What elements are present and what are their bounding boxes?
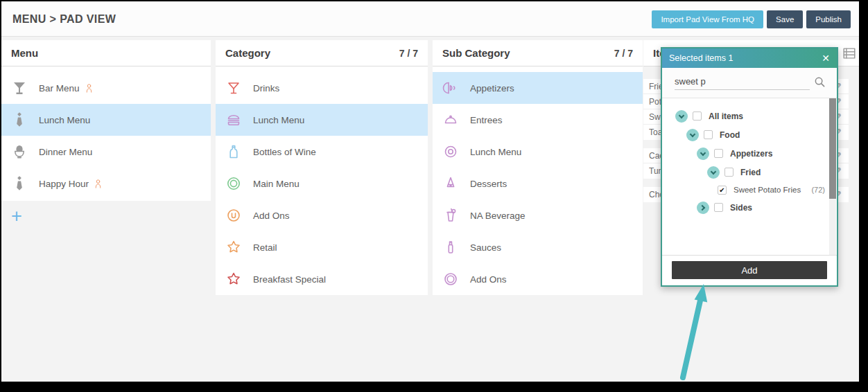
tree-row-fried[interactable]: Fried <box>662 163 837 181</box>
category-row-label: Add Ons <box>253 211 290 221</box>
tree-label: Appetizers <box>730 149 772 159</box>
subcategory-row-appetizers[interactable]: Appetizers <box>433 72 643 104</box>
search-icon <box>814 76 826 88</box>
checkbox[interactable] <box>693 112 702 121</box>
subcategory-row-label: NA Beverage <box>470 211 526 221</box>
martini-glass-icon <box>225 79 243 97</box>
star-icon <box>225 238 243 256</box>
topbar-buttons: Import Pad View From HQ Save Publish <box>652 10 851 28</box>
app-window: MENU > PAD VIEW Import Pad View From HQ … <box>1 1 859 382</box>
subcategory-row-na-beverage[interactable]: NA Beverage <box>433 199 643 231</box>
subcategory-row-lunch-menu[interactable]: Lunch Menu <box>433 136 643 168</box>
category-row-label: Main Menu <box>253 179 300 189</box>
wine-bottle-icon <box>225 143 243 161</box>
menu-row-label: Happy Hour <box>39 179 89 189</box>
tree-row-appetizers[interactable]: Appetizers <box>662 144 837 163</box>
double-circle-icon <box>442 143 460 161</box>
double-circle-icon <box>225 175 243 193</box>
martini-glass-icon <box>10 79 28 97</box>
person-icon <box>93 179 103 189</box>
tree-row-sweet-potato-fries[interactable]: ✔ Sweet Potato Fries (72) <box>662 181 837 198</box>
tree-label: All items <box>709 112 743 121</box>
scrollbar-track[interactable] <box>829 98 836 255</box>
tie-icon <box>10 175 28 193</box>
selected-items-popup: Selected items 1 ✕ All items Food <box>661 47 838 287</box>
popup-title: Selected items 1 <box>669 53 733 63</box>
search-input[interactable] <box>675 73 810 90</box>
category-row-label: Lunch Menu <box>253 115 304 125</box>
category-row-lunch-menu[interactable]: Lunch Menu <box>216 104 428 136</box>
subcategory-row-label: Entrees <box>470 115 503 125</box>
menu-rows: Bar Menu Lunch Menu Dinner Menu <box>1 66 211 199</box>
add-menu-button[interactable]: + <box>7 206 26 226</box>
chevron-down-icon[interactable] <box>697 148 709 160</box>
checkbox-checked[interactable]: ✔ <box>718 186 727 195</box>
checkbox[interactable] <box>714 203 723 212</box>
category-count: 7 / 7 <box>399 48 418 59</box>
cloche-icon <box>442 111 460 129</box>
subcategory-row-label: Lunch Menu <box>470 147 521 157</box>
egg-cup-icon <box>10 143 28 161</box>
checkbox[interactable] <box>704 130 713 139</box>
category-row-main-menu[interactable]: Main Menu <box>216 168 428 199</box>
chevron-down-icon[interactable] <box>675 110 688 123</box>
popup-search-section <box>662 68 837 98</box>
subcategory-row-sauces[interactable]: Sauces <box>433 231 643 263</box>
scrollbar-thumb[interactable] <box>829 98 836 199</box>
star-icon <box>225 270 243 288</box>
menu-row-happy-hour[interactable]: Happy Hour <box>1 168 211 199</box>
add-button[interactable]: Add <box>672 261 827 279</box>
subcategory-row-label: Appetizers <box>470 83 514 93</box>
tree-label: Sweet Potato Fries <box>734 186 801 194</box>
double-circle-icon <box>442 270 460 288</box>
category-rows: Drinks Lunch Menu Bottles of Wine Main M… <box>216 66 428 295</box>
menu-row-label: Dinner Menu <box>39 147 92 157</box>
tree-row-food[interactable]: Food <box>662 125 837 144</box>
popup-tree: All items Food Appetizers Fried ✔ Sweet … <box>662 98 837 255</box>
menu-row-label: Bar Menu <box>39 83 80 93</box>
category-row-label: Retail <box>253 242 277 253</box>
menu-row-bar-menu[interactable]: Bar Menu <box>1 72 211 104</box>
subcategory-row-desserts[interactable]: Desserts <box>433 168 643 199</box>
checkbox[interactable] <box>714 149 723 158</box>
subcategory-row-label: Add Ons <box>470 274 507 285</box>
category-row-label: Breakfast Special <box>253 274 326 285</box>
category-column: Category 7 / 7 Drinks Lunch Menu Bottl <box>216 40 428 295</box>
popup-header: Selected items 1 ✕ <box>662 48 837 68</box>
checkbox[interactable] <box>724 168 734 177</box>
import-pad-view-button[interactable]: Import Pad View From HQ <box>652 10 763 28</box>
category-row-breakfast-special[interactable]: Breakfast Special <box>216 263 428 295</box>
save-button[interactable]: Save <box>767 10 803 28</box>
sauce-bottle-icon <box>442 238 460 256</box>
tree-label: Fried <box>740 168 761 177</box>
category-row-add-ons[interactable]: Add Ons <box>216 199 428 231</box>
breadcrumb: MENU > PAD VIEW <box>12 1 116 37</box>
table-view-icon[interactable] <box>842 46 857 61</box>
appetizer-icon <box>442 79 460 97</box>
subcategory-column: Sub Category 7 / 7 Appetizers Entrees <box>433 40 643 295</box>
tree-label: Sides <box>730 203 752 213</box>
menu-row-dinner-menu[interactable]: Dinner Menu <box>1 136 211 168</box>
popup-footer: Add <box>662 255 837 285</box>
menu-row-lunch-menu[interactable]: Lunch Menu <box>1 104 211 136</box>
menu-column-header: Menu <box>1 40 211 66</box>
person-icon <box>84 83 94 93</box>
dessert-cone-icon <box>442 175 460 193</box>
subcategory-row-entrees[interactable]: Entrees <box>433 104 643 136</box>
category-row-bottles-of-wine[interactable]: Bottles of Wine <box>216 136 428 168</box>
chevron-down-icon[interactable] <box>707 166 720 179</box>
tree-row-all-items[interactable]: All items <box>662 107 837 125</box>
menu-row-label: Lunch Menu <box>39 115 90 125</box>
category-row-retail[interactable]: Retail <box>216 231 428 263</box>
burger-icon <box>225 111 243 129</box>
tree-label: Food <box>720 130 740 140</box>
subcategory-column-header: Sub Category 7 / 7 <box>433 40 643 66</box>
chevron-right-icon[interactable] <box>697 202 709 214</box>
tree-row-sides[interactable]: Sides <box>662 198 837 217</box>
chevron-down-icon[interactable] <box>686 129 699 141</box>
category-row-drinks[interactable]: Drinks <box>216 72 428 104</box>
publish-button[interactable]: Publish <box>806 10 851 28</box>
close-icon[interactable]: ✕ <box>822 53 830 63</box>
menu-column: Menu Bar Menu Lunch Menu <box>1 40 211 201</box>
subcategory-row-add-ons[interactable]: Add Ons <box>433 263 643 295</box>
